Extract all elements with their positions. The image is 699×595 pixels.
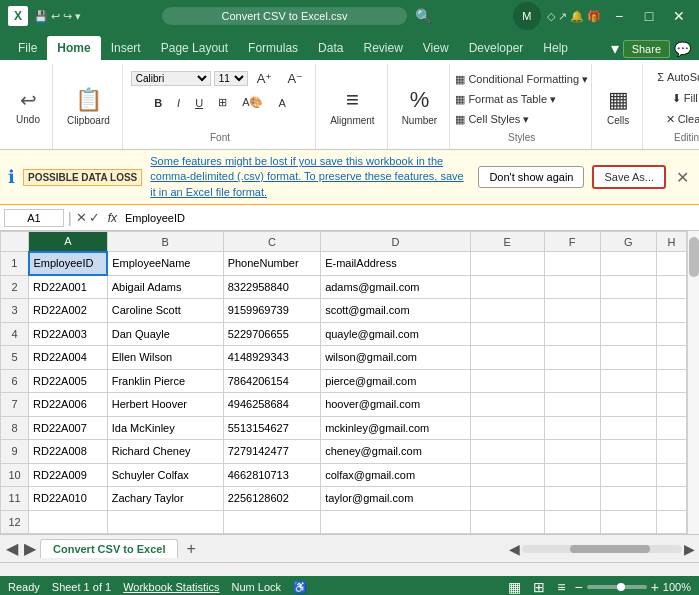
cells-button[interactable]: ▦ Cells: [600, 83, 636, 130]
table-cell[interactable]: [544, 299, 600, 323]
table-cell[interactable]: [544, 252, 600, 276]
table-cell[interactable]: mckinley@gmail.com: [321, 416, 471, 440]
table-cell[interactable]: [321, 510, 471, 534]
table-cell[interactable]: 4946258684: [223, 393, 320, 417]
table-cell[interactable]: 4148929343: [223, 346, 320, 370]
cancel-formula-btn[interactable]: ✕: [76, 210, 87, 225]
table-cell[interactable]: 5513154627: [223, 416, 320, 440]
scroll-left-btn[interactable]: ◀: [509, 541, 520, 557]
table-cell[interactable]: Dan Quayle: [107, 322, 223, 346]
share-button[interactable]: Share: [623, 40, 670, 58]
format-table-button[interactable]: ▦ Format as Table ▾: [449, 90, 594, 109]
ribbon-collapse-btn[interactable]: ▾: [611, 39, 619, 58]
cell-reference-input[interactable]: [4, 209, 64, 227]
col-header-e[interactable]: E: [470, 232, 544, 252]
table-cell[interactable]: Caroline Scott: [107, 299, 223, 323]
table-cell[interactable]: [107, 510, 223, 534]
table-cell[interactable]: RD22A005: [29, 369, 108, 393]
table-cell[interactable]: [600, 346, 656, 370]
tab-view[interactable]: View: [413, 36, 459, 60]
table-cell[interactable]: [470, 299, 544, 323]
underline-button[interactable]: U: [189, 94, 209, 112]
table-cell[interactable]: Franklin Pierce: [107, 369, 223, 393]
next-sheet-btn[interactable]: ▶: [22, 537, 38, 560]
col-header-c[interactable]: C: [223, 232, 320, 252]
dont-show-again-button[interactable]: Don't show again: [478, 166, 584, 188]
table-cell[interactable]: [656, 346, 686, 370]
save-as-button[interactable]: Save As...: [592, 165, 666, 189]
table-cell[interactable]: [600, 510, 656, 534]
table-cell[interactable]: [29, 510, 108, 534]
table-cell[interactable]: [656, 252, 686, 276]
table-cell[interactable]: RD22A002: [29, 299, 108, 323]
table-cell[interactable]: 8322958840: [223, 275, 320, 299]
horizontal-scrollbar[interactable]: [522, 545, 682, 553]
table-cell[interactable]: RD22A009: [29, 463, 108, 487]
table-cell[interactable]: Schuyler Colfax: [107, 463, 223, 487]
table-cell[interactable]: [470, 510, 544, 534]
col-header-g[interactable]: G: [600, 232, 656, 252]
undo-button[interactable]: ↩ Undo: [10, 84, 46, 129]
table-cell[interactable]: [600, 369, 656, 393]
scroll-right-btn[interactable]: ▶: [684, 541, 695, 557]
table-cell[interactable]: [544, 463, 600, 487]
col-header-a[interactable]: A: [29, 232, 108, 252]
table-cell[interactable]: RD22A010: [29, 487, 108, 511]
table-cell[interactable]: [470, 440, 544, 464]
table-cell[interactable]: 7279142477: [223, 440, 320, 464]
grid-container[interactable]: A B C D E F G H 1EmployeeIDEmployeeNameP…: [0, 231, 699, 534]
conditional-formatting-button[interactable]: ▦ Conditional Formatting ▾: [449, 70, 594, 89]
increase-font-btn[interactable]: A⁺: [251, 68, 279, 89]
table-cell[interactable]: [600, 299, 656, 323]
tab-formulas[interactable]: Formulas: [238, 36, 308, 60]
table-cell[interactable]: [470, 322, 544, 346]
table-cell[interactable]: Ellen Wilson: [107, 346, 223, 370]
table-cell[interactable]: [544, 416, 600, 440]
table-cell[interactable]: 5229706655: [223, 322, 320, 346]
table-cell[interactable]: [470, 393, 544, 417]
minimize-button[interactable]: −: [607, 4, 631, 28]
normal-view-btn[interactable]: ▦: [505, 578, 524, 595]
col-header-d[interactable]: D: [321, 232, 471, 252]
bold-button[interactable]: B: [148, 94, 168, 112]
table-cell[interactable]: [470, 463, 544, 487]
zoom-track[interactable]: [587, 585, 647, 589]
profile-button[interactable]: M: [513, 2, 541, 30]
tab-review[interactable]: Review: [353, 36, 412, 60]
clear-button[interactable]: ✕ Clear ▾: [660, 110, 699, 129]
confirm-formula-btn[interactable]: ✓: [89, 210, 100, 225]
table-cell[interactable]: [544, 510, 600, 534]
table-cell[interactable]: PhoneNumber: [223, 252, 320, 276]
col-header-b[interactable]: B: [107, 232, 223, 252]
table-cell[interactable]: [470, 369, 544, 393]
border-button[interactable]: ⊞: [212, 93, 233, 112]
table-cell[interactable]: [544, 322, 600, 346]
table-cell[interactable]: [600, 322, 656, 346]
table-cell[interactable]: [656, 299, 686, 323]
table-cell[interactable]: Abigail Adams: [107, 275, 223, 299]
prev-sheet-btn[interactable]: ◀: [4, 537, 20, 560]
clipboard-button[interactable]: 📋 Clipboard: [61, 83, 116, 130]
table-cell[interactable]: [544, 393, 600, 417]
table-cell[interactable]: [656, 393, 686, 417]
table-cell[interactable]: [600, 463, 656, 487]
table-cell[interactable]: [600, 393, 656, 417]
table-cell[interactable]: RD22A007: [29, 416, 108, 440]
add-sheet-btn[interactable]: +: [180, 538, 201, 560]
table-cell[interactable]: [656, 416, 686, 440]
table-cell[interactable]: [600, 275, 656, 299]
info-close-button[interactable]: ✕: [674, 166, 691, 189]
table-cell[interactable]: colfax@gmail.com: [321, 463, 471, 487]
cell-styles-button[interactable]: ▦ Cell Styles ▾: [449, 110, 594, 129]
table-cell[interactable]: [544, 346, 600, 370]
table-cell[interactable]: RD22A001: [29, 275, 108, 299]
table-cell[interactable]: [544, 369, 600, 393]
table-cell[interactable]: [470, 346, 544, 370]
tab-developer[interactable]: Developer: [459, 36, 534, 60]
table-cell[interactable]: wilson@gmail.com: [321, 346, 471, 370]
maximize-button[interactable]: □: [637, 4, 661, 28]
decrease-font-btn[interactable]: A⁻: [281, 68, 309, 89]
table-cell[interactable]: [600, 416, 656, 440]
number-button[interactable]: % Number: [396, 83, 444, 130]
table-cell[interactable]: [470, 275, 544, 299]
